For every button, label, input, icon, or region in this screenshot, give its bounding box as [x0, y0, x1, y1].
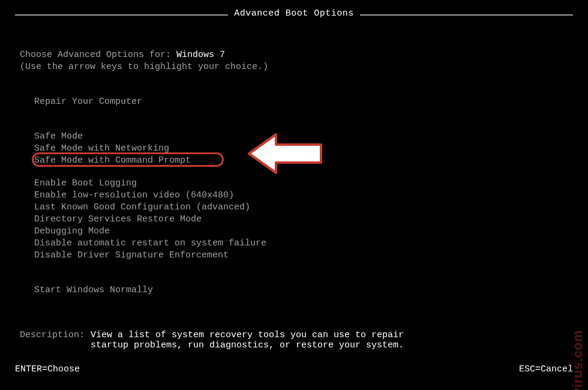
menu-boot-logging[interactable]: Enable Boot Logging	[20, 178, 568, 190]
footer-bar: ENTER=Choose ESC=Cancel	[15, 361, 573, 376]
menu-last-known-good[interactable]: Last Known Good Configuration (advanced)	[20, 202, 568, 214]
title-wrap: Advanced Boot Options	[15, 8, 573, 19]
description-block: Description: View a list of system recov…	[20, 330, 568, 350]
os-name: Windows 7	[176, 50, 225, 60]
instructions-line: (Use the arrow keys to highlight your ch…	[20, 61, 568, 73]
boot-options-frame: Advanced Boot Options Choose Advanced Op…	[15, 14, 573, 376]
menu-safe-mode-networking[interactable]: Safe Mode with Networking	[20, 143, 568, 155]
menu-debugging[interactable]: Debugging Mode	[20, 226, 568, 238]
screen-title: Advanced Boot Options	[228, 8, 360, 19]
choose-line: Choose Advanced Options for: Windows 7	[20, 49, 568, 61]
footer-enter-hint: ENTER=Choose	[15, 364, 80, 374]
description-text: View a list of system recovery tools you…	[91, 330, 415, 350]
choose-label: Choose Advanced Options for:	[20, 50, 176, 60]
menu-repair-computer[interactable]: Repair Your Computer	[20, 96, 568, 108]
menu-disable-auto-restart[interactable]: Disable automatic restart on system fail…	[20, 238, 568, 250]
menu-safe-mode[interactable]: Safe Mode	[20, 131, 568, 143]
menu-start-normally[interactable]: Start Windows Normally	[20, 284, 568, 296]
menu-ds-restore[interactable]: Directory Services Restore Mode	[20, 214, 568, 226]
watermark-text: 2-remove-virus.com	[570, 330, 586, 390]
menu-safe-mode-cmd-wrap: Safe Mode with Command Prompt	[20, 155, 191, 167]
menu-disable-driver-sig[interactable]: Disable Driver Signature Enforcement	[20, 250, 568, 262]
footer-esc-hint: ESC=Cancel	[519, 364, 573, 374]
content-area: Choose Advanced Options for: Windows 7 (…	[15, 16, 573, 350]
menu-safe-mode-cmd[interactable]: Safe Mode with Command Prompt	[20, 155, 191, 167]
description-label: Description:	[20, 330, 85, 350]
menu-low-res-video[interactable]: Enable low-resolution video (640x480)	[20, 190, 568, 202]
